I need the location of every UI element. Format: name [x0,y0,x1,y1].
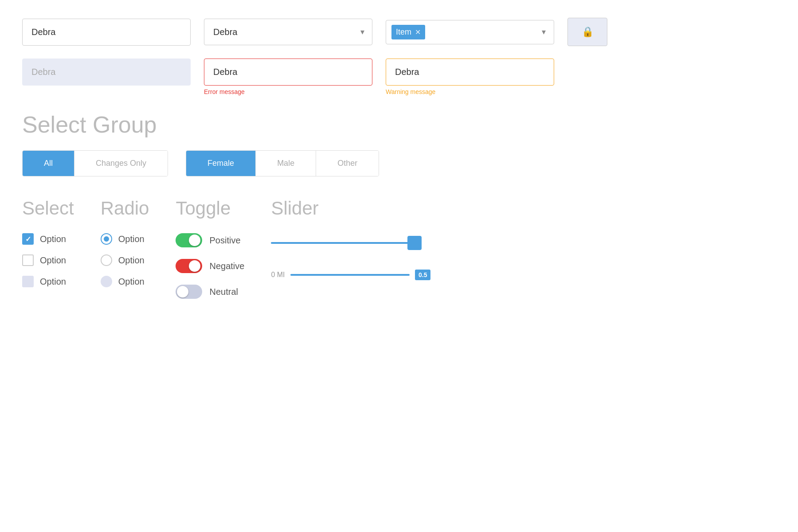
radio-item-1[interactable]: Option [101,233,149,245]
seg-control-group2: Female Male Other [186,150,379,176]
checkbox-label-1: Option [40,234,66,244]
seg-control-group1: All Changes Only [22,150,168,176]
checkbox-label-3: Option [40,277,66,287]
radio-label-2: Option [118,255,145,266]
seg-btn-changes-only[interactable]: Changes Only [74,151,168,176]
warning-text-input[interactable] [386,59,554,86]
slider-1-track[interactable] [271,242,422,244]
slider-1-wrapper [271,242,430,244]
checkbox-item-1[interactable]: Option [22,233,74,245]
checkbox-unchecked[interactable] [22,254,34,266]
slider-title: Slider [271,198,430,219]
checkbox-item-2[interactable]: Option [22,254,74,266]
slider-2-track[interactable] [290,274,410,276]
tag-item: Item ✕ [391,25,425,39]
input-row-2: Error message Warning message [22,59,776,95]
select-group-heading: Select Group [22,111,776,138]
toggle-item-positive[interactable]: Positive [176,233,244,247]
warning-message: Warning message [386,88,554,95]
radio-label-1: Option [118,234,145,244]
toggle-section: Toggle Positive Negative Neutral [176,198,244,307]
slider-2-row: 0 MI 0.5 [271,270,430,280]
slider-2-value: 0.5 [415,270,430,280]
dropdown-wrapper: Debra Alice Bob ▾ [204,19,372,45]
radio-item-2[interactable]: Option [101,254,149,266]
toggle-thumb-negative [189,260,200,272]
toggle-label-neutral: Neutral [209,287,238,297]
select-title: Select [22,198,74,219]
disabled-text-input [22,59,191,86]
radio-label-3: Option [118,277,145,287]
input-row-1: Debra Alice Bob ▾ Item ✕ ▾ 🔒 [22,18,776,46]
select-section: Select Option Option Option [22,198,74,293]
tag-close-icon[interactable]: ✕ [415,28,421,36]
radio-selected[interactable] [101,233,112,245]
slider-1-thumb[interactable] [407,236,422,250]
checkbox-label-2: Option [40,255,66,266]
checkbox-disabled [22,276,34,287]
plain-text-input[interactable] [22,19,191,46]
slider-section: Slider 0 MI 0.5 [271,198,430,280]
toggle-off[interactable] [176,285,202,299]
toggle-on-green[interactable] [176,233,202,247]
toggle-label-negative: Negative [209,261,244,271]
radio-disabled [101,276,112,287]
segmented-controls-row: All Changes Only Female Male Other [22,150,776,176]
slider-2-min-label: 0 MI [271,271,285,279]
radio-unselected[interactable] [101,254,112,266]
error-text-input[interactable] [204,59,372,86]
radio-section: Radio Option Option Option [101,198,149,293]
checkbox-checked[interactable] [22,233,34,245]
seg-btn-male[interactable]: Male [256,151,316,176]
warning-field-col: Warning message [386,59,554,95]
radio-title: Radio [101,198,149,219]
error-field-col: Error message [204,59,372,95]
toggle-thumb-positive [189,235,200,246]
chevron-down-icon: ▾ [542,27,546,37]
seg-btn-other[interactable]: Other [316,151,379,176]
toggle-item-neutral[interactable]: Neutral [176,285,244,299]
checkbox-item-3: Option [22,276,74,287]
toggle-title: Toggle [176,198,244,219]
dropdown-select[interactable]: Debra Alice Bob [204,19,372,45]
lock-icon: 🔒 [582,26,594,38]
error-message: Error message [204,88,372,95]
toggle-thumb-neutral [177,286,188,297]
toggle-item-negative[interactable]: Negative [176,259,244,273]
columns-row: Select Option Option Option Radio Option… [22,198,776,307]
seg-btn-all[interactable]: All [23,151,74,176]
seg-btn-female[interactable]: Female [186,151,256,176]
toggle-label-positive: Positive [209,235,240,246]
toggle-on-red[interactable] [176,259,202,273]
radio-item-3: Option [101,276,149,287]
tag-label: Item [396,27,411,37]
locked-input: 🔒 [567,18,607,46]
tag-input-wrapper[interactable]: Item ✕ ▾ [386,20,554,44]
